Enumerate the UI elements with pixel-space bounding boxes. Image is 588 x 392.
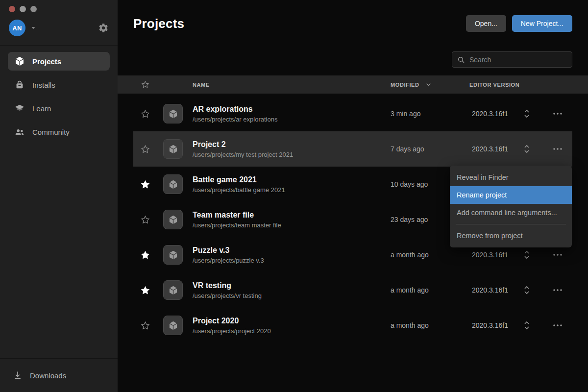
sidebar-item-label: Installs <box>32 81 55 89</box>
context-menu-item[interactable]: Reveal in Finder <box>450 169 572 186</box>
version-select-stepper[interactable] <box>523 285 543 295</box>
project-name-cell: VR testing /users/projects/vr testing <box>187 281 386 299</box>
star-toggle[interactable] <box>133 286 157 295</box>
close-window-button[interactable] <box>9 6 15 12</box>
star-toggle[interactable] <box>133 145 157 154</box>
more-options-button[interactable] <box>543 324 572 327</box>
project-name: AR explorations <box>193 105 386 114</box>
project-cube-icon <box>163 139 183 159</box>
sidebar: AN Projects Installs Learn <box>0 0 118 392</box>
table-header: NAME MODIFIED EDITOR VERSION <box>118 75 588 94</box>
more-options-button[interactable] <box>543 112 572 115</box>
modified-cell: 7 days ago <box>386 145 469 153</box>
sidebar-item-installs[interactable]: Installs <box>8 75 110 94</box>
table-row[interactable]: VR testing /users/projects/vr testing a … <box>133 272 572 308</box>
editor-version-cell: 2020.3.16f1 <box>469 286 523 294</box>
project-cube-icon <box>163 174 183 194</box>
project-name: Battle game 2021 <box>193 175 386 184</box>
project-cube-icon <box>163 245 183 265</box>
context-menu-item[interactable]: Add command line arguments... <box>450 204 572 221</box>
search-box[interactable] <box>452 51 572 68</box>
star-column-header <box>133 80 157 89</box>
table-row[interactable]: Project 2 /users/projects/my test projec… <box>133 131 572 167</box>
project-name: Puzzle v.3 <box>193 246 386 255</box>
people-icon <box>14 126 25 137</box>
more-options-button[interactable] <box>543 289 572 292</box>
project-name: Team master file <box>193 211 386 220</box>
editor-version-cell: 2020.3.16f1 <box>469 145 523 153</box>
project-name-cell: Battle game 2021 /users/projects/battle … <box>187 175 386 194</box>
downloads-label: Downloads <box>30 371 66 380</box>
project-name: VR testing <box>193 281 386 290</box>
version-select-stepper[interactable] <box>523 250 543 260</box>
gear-icon[interactable] <box>98 23 109 33</box>
table-row[interactable]: Project 2020 /users/projects/project 202… <box>133 308 572 343</box>
main-panel: Projects Open... New Project... NAME MOD… <box>118 0 588 392</box>
sort-chevron-down-icon <box>425 81 432 88</box>
sidebar-item-community[interactable]: Community <box>8 122 110 141</box>
sidebar-item-learn[interactable]: Learn <box>8 99 110 118</box>
minimize-window-button[interactable] <box>20 6 26 12</box>
modified-cell: 3 min ago <box>386 110 469 118</box>
menu-divider <box>456 224 566 224</box>
more-options-button[interactable] <box>543 147 572 150</box>
star-toggle[interactable] <box>133 321 157 330</box>
graduation-cap-icon <box>14 103 25 114</box>
editor-version-cell: 2020.3.16f1 <box>469 110 523 118</box>
project-path: /users/projects/ar explorations <box>193 116 386 123</box>
project-name-cell: Puzzle v.3 /users/projects/puzzle v.3 <box>187 246 386 264</box>
sidebar-nav: Projects Installs Learn Community <box>0 46 118 146</box>
version-select-stepper[interactable] <box>523 144 543 154</box>
project-name-cell: Team master file /users/projects/team ma… <box>187 211 386 229</box>
context-menu-item[interactable]: Remove from project <box>450 227 572 245</box>
project-cube-icon <box>163 316 183 335</box>
sidebar-item-label: Learn <box>32 104 51 113</box>
context-menu: Reveal in FinderRename projectAdd comman… <box>450 166 572 247</box>
search-input[interactable] <box>469 56 567 64</box>
window-titlebar <box>0 0 118 12</box>
version-select-stepper[interactable] <box>523 109 543 119</box>
project-name-cell: Project 2 /users/projects/my test projec… <box>187 140 386 158</box>
star-toggle[interactable] <box>133 250 157 260</box>
project-path: /users/projects/battle game 2021 <box>193 186 386 194</box>
new-project-button[interactable]: New Project... <box>512 15 572 32</box>
editor-version-cell: 2020.3.16f1 <box>469 251 523 259</box>
modified-column-label: MODIFIED <box>391 82 419 88</box>
project-name: Project 2020 <box>193 317 386 325</box>
zoom-window-button[interactable] <box>30 6 37 12</box>
project-cube-icon <box>163 210 183 229</box>
more-options-button[interactable] <box>543 253 572 256</box>
project-path: /users/projects/puzzle v.3 <box>193 257 386 264</box>
modified-column-header[interactable]: MODIFIED <box>386 81 469 88</box>
version-select-stepper[interactable] <box>523 320 543 330</box>
project-path: /users/projects/my test project 2021 <box>193 151 386 158</box>
context-menu-item[interactable]: Rename project <box>450 186 572 204</box>
chevron-down-icon[interactable] <box>30 25 36 31</box>
modified-cell: a month ago <box>386 321 469 329</box>
sidebar-item-label: Projects <box>32 57 61 66</box>
star-toggle[interactable] <box>133 215 157 224</box>
search-icon <box>457 56 465 64</box>
star-toggle[interactable] <box>133 109 157 119</box>
open-button[interactable]: Open... <box>466 15 506 32</box>
table-row[interactable]: AR explorations /users/projects/ar explo… <box>133 96 572 131</box>
star-toggle[interactable] <box>133 180 157 189</box>
modified-cell: a month ago <box>386 251 469 259</box>
editor-version-column-header: EDITOR VERSION <box>469 82 523 88</box>
name-column-header: NAME <box>187 82 386 88</box>
download-icon <box>13 370 23 380</box>
cube-icon <box>14 56 25 67</box>
project-path: /users/projects/team master file <box>193 221 386 229</box>
editor-version-cell: 2020.3.16f1 <box>469 321 523 329</box>
project-name: Project 2 <box>193 140 386 149</box>
sidebar-item-downloads[interactable]: Downloads <box>0 358 118 392</box>
project-cube-icon <box>163 280 183 300</box>
avatar[interactable]: AN <box>9 20 25 36</box>
sidebar-item-label: Community <box>32 128 70 136</box>
project-name-cell: Project 2020 /users/projects/project 202… <box>187 317 386 335</box>
project-path: /users/projects/vr testing <box>193 292 386 299</box>
main-header: Projects Open... New Project... <box>133 15 572 32</box>
sidebar-item-projects[interactable]: Projects <box>8 52 110 71</box>
account-row: AN <box>0 12 118 45</box>
page-title: Projects <box>133 16 184 31</box>
